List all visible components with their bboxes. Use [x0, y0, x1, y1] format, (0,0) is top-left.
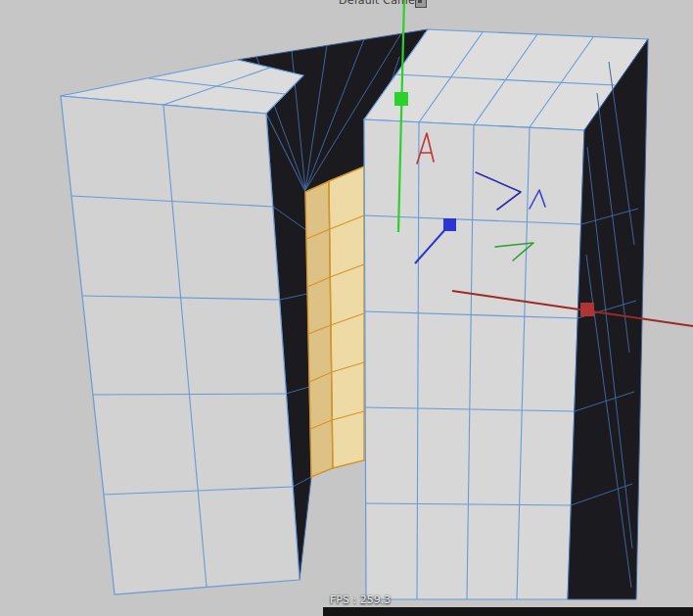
viewport-bottom-bar: [323, 607, 693, 616]
viewport-3d[interactable]: Default Camera FPS : 259.3: [0, 0, 693, 616]
left-box-front-face[interactable]: [61, 96, 300, 594]
right-box-front-face[interactable]: [364, 119, 584, 599]
camera-icon[interactable]: [415, 0, 427, 8]
gizmo-x-handle[interactable]: [580, 303, 594, 316]
scene-canvas[interactable]: [0, 0, 693, 616]
selected-front-strip[interactable]: [329, 166, 364, 468]
gizmo-y-handle[interactable]: [394, 92, 408, 106]
selected-polygons[interactable]: [305, 166, 364, 477]
gizmo-z-handle[interactable]: [443, 218, 456, 231]
left-box[interactable]: [61, 60, 303, 594]
fps-counter: FPS : 259.3: [330, 593, 391, 606]
right-box[interactable]: [364, 29, 648, 599]
camera-name-label: Default Camera: [339, 0, 427, 7]
